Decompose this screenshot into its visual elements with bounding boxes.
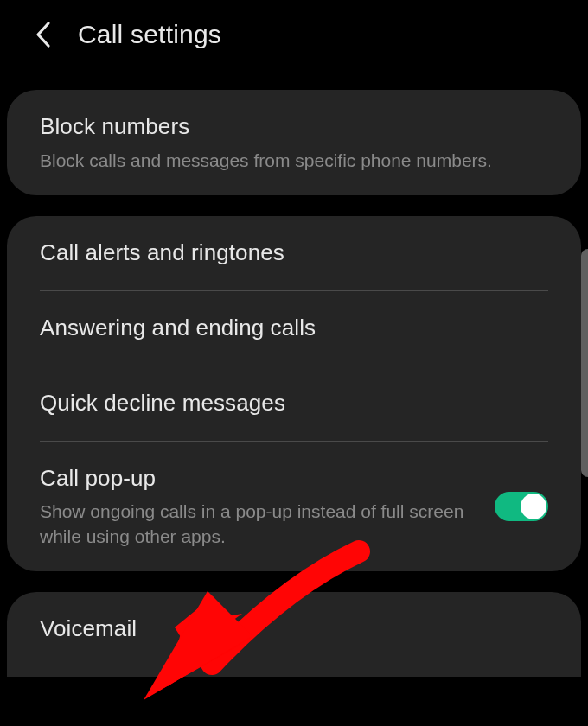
row-title: Call alerts and ringtones (40, 239, 548, 268)
row-voicemail[interactable]: Voicemail (7, 592, 581, 677)
scroll-indicator[interactable] (581, 249, 588, 477)
card-call-options: Call alerts and ringtones Answering and … (7, 216, 581, 571)
row-subtitle: Show ongoing calls in a pop-up instead o… (40, 500, 474, 549)
row-title: Quick decline messages (40, 389, 548, 418)
page-title: Call settings (78, 20, 221, 49)
row-block-numbers[interactable]: Block numbers Block calls and messages f… (7, 90, 581, 195)
row-quick-decline[interactable]: Quick decline messages (7, 366, 581, 441)
row-title: Answering and ending calls (40, 314, 548, 343)
card-block-numbers: Block numbers Block calls and messages f… (7, 90, 581, 195)
card-voicemail: Voicemail (7, 592, 581, 677)
back-icon[interactable] (28, 19, 59, 50)
row-title: Call pop-up (40, 464, 474, 494)
row-answering-ending[interactable]: Answering and ending calls (7, 291, 581, 366)
header: Call settings (0, 0, 588, 71)
row-title: Block numbers (40, 112, 548, 142)
call-popup-toggle[interactable] (495, 492, 548, 521)
row-call-alerts[interactable]: Call alerts and ringtones (7, 216, 581, 290)
row-subtitle: Block calls and messages from specific p… (40, 149, 548, 173)
toggle-knob (521, 494, 546, 519)
row-call-popup[interactable]: Call pop-up Show ongoing calls in a pop-… (7, 442, 581, 571)
row-title: Voicemail (40, 615, 548, 644)
